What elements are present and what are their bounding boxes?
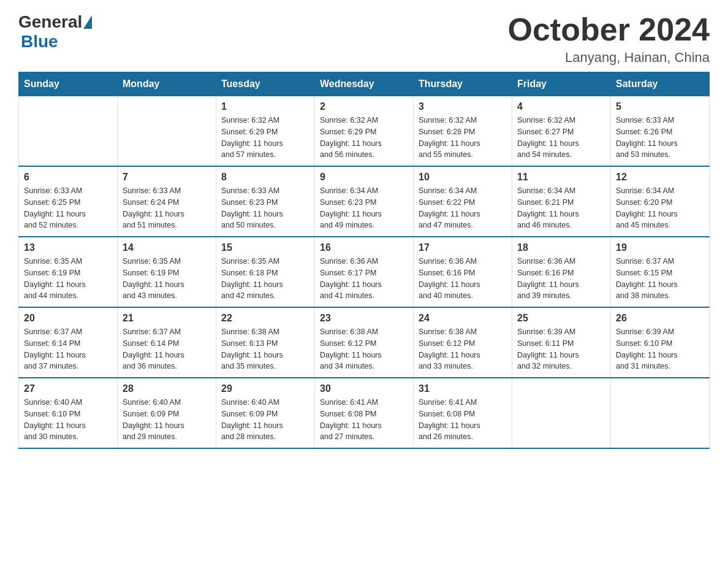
day-info: Sunrise: 6:41 AMSunset: 6:08 PMDaylight:… xyxy=(419,397,507,443)
day-number: 21 xyxy=(123,313,211,324)
day-info: Sunrise: 6:34 AMSunset: 6:23 PMDaylight:… xyxy=(320,185,408,231)
calendar-header-tuesday: Tuesday xyxy=(216,72,315,96)
calendar-cell: 31Sunrise: 6:41 AMSunset: 6:08 PMDayligh… xyxy=(414,378,512,448)
day-info: Sunrise: 6:32 AMSunset: 6:28 PMDaylight:… xyxy=(419,115,507,161)
day-info: Sunrise: 6:38 AMSunset: 6:12 PMDaylight:… xyxy=(419,326,507,372)
calendar-cell xyxy=(19,96,118,167)
calendar-header-thursday: Thursday xyxy=(414,72,512,96)
calendar-cell: 28Sunrise: 6:40 AMSunset: 6:09 PMDayligh… xyxy=(118,378,216,448)
calendar-cell: 21Sunrise: 6:37 AMSunset: 6:14 PMDayligh… xyxy=(118,307,216,378)
day-info: Sunrise: 6:32 AMSunset: 6:27 PMDaylight:… xyxy=(517,115,605,161)
calendar-cell: 6Sunrise: 6:33 AMSunset: 6:25 PMDaylight… xyxy=(19,166,118,237)
day-number: 23 xyxy=(320,313,408,324)
day-number: 11 xyxy=(517,172,605,183)
calendar-cell: 19Sunrise: 6:37 AMSunset: 6:15 PMDayligh… xyxy=(611,237,710,307)
day-number: 27 xyxy=(24,383,112,394)
calendar-cell xyxy=(512,378,611,448)
calendar-cell: 23Sunrise: 6:38 AMSunset: 6:12 PMDayligh… xyxy=(315,307,414,378)
day-number: 18 xyxy=(517,242,605,253)
day-number: 17 xyxy=(419,242,507,253)
calendar-cell: 15Sunrise: 6:35 AMSunset: 6:18 PMDayligh… xyxy=(216,237,315,307)
calendar-cell xyxy=(118,96,216,167)
day-number: 4 xyxy=(517,101,605,112)
day-number: 2 xyxy=(320,101,408,112)
calendar-table: SundayMondayTuesdayWednesdayThursdayFrid… xyxy=(18,72,710,449)
day-number: 8 xyxy=(221,172,309,183)
calendar-cell: 7Sunrise: 6:33 AMSunset: 6:24 PMDaylight… xyxy=(118,166,216,237)
calendar-cell: 9Sunrise: 6:34 AMSunset: 6:23 PMDaylight… xyxy=(315,166,414,237)
day-number: 22 xyxy=(221,313,309,324)
calendar-header-friday: Friday xyxy=(512,72,611,96)
day-number: 10 xyxy=(419,172,507,183)
day-info: Sunrise: 6:33 AMSunset: 6:23 PMDaylight:… xyxy=(221,185,309,231)
calendar-cell: 11Sunrise: 6:34 AMSunset: 6:21 PMDayligh… xyxy=(512,166,611,237)
calendar-cell: 27Sunrise: 6:40 AMSunset: 6:10 PMDayligh… xyxy=(19,378,118,448)
location-subtitle: Lanyang, Hainan, China xyxy=(508,50,710,66)
day-info: Sunrise: 6:40 AMSunset: 6:09 PMDaylight:… xyxy=(221,397,309,443)
day-info: Sunrise: 6:37 AMSunset: 6:14 PMDaylight:… xyxy=(123,326,211,372)
calendar-cell: 20Sunrise: 6:37 AMSunset: 6:14 PMDayligh… xyxy=(19,307,118,378)
day-info: Sunrise: 6:38 AMSunset: 6:13 PMDaylight:… xyxy=(221,326,309,372)
day-info: Sunrise: 6:35 AMSunset: 6:18 PMDaylight:… xyxy=(221,256,309,302)
day-info: Sunrise: 6:35 AMSunset: 6:19 PMDaylight:… xyxy=(123,256,211,302)
day-info: Sunrise: 6:40 AMSunset: 6:09 PMDaylight:… xyxy=(123,397,211,443)
calendar-cell: 4Sunrise: 6:32 AMSunset: 6:27 PMDaylight… xyxy=(512,96,611,167)
day-number: 15 xyxy=(221,242,309,253)
day-info: Sunrise: 6:36 AMSunset: 6:16 PMDaylight:… xyxy=(419,256,507,302)
day-number: 14 xyxy=(123,242,211,253)
day-info: Sunrise: 6:38 AMSunset: 6:12 PMDaylight:… xyxy=(320,326,408,372)
calendar-header-sunday: Sunday xyxy=(19,72,118,96)
day-number: 16 xyxy=(320,242,408,253)
calendar-cell: 1Sunrise: 6:32 AMSunset: 6:29 PMDaylight… xyxy=(216,96,315,167)
day-number: 28 xyxy=(123,383,211,394)
calendar-header-row: SundayMondayTuesdayWednesdayThursdayFrid… xyxy=(19,72,710,96)
calendar-cell: 22Sunrise: 6:38 AMSunset: 6:13 PMDayligh… xyxy=(216,307,315,378)
calendar-cell: 16Sunrise: 6:36 AMSunset: 6:17 PMDayligh… xyxy=(315,237,414,307)
calendar-cell: 14Sunrise: 6:35 AMSunset: 6:19 PMDayligh… xyxy=(118,237,216,307)
calendar-cell: 29Sunrise: 6:40 AMSunset: 6:09 PMDayligh… xyxy=(216,378,315,448)
day-number: 3 xyxy=(419,101,507,112)
day-info: Sunrise: 6:37 AMSunset: 6:15 PMDaylight:… xyxy=(616,256,704,302)
day-info: Sunrise: 6:35 AMSunset: 6:19 PMDaylight:… xyxy=(24,256,112,302)
calendar-cell: 26Sunrise: 6:39 AMSunset: 6:10 PMDayligh… xyxy=(611,307,710,378)
day-info: Sunrise: 6:40 AMSunset: 6:10 PMDaylight:… xyxy=(24,397,112,443)
calendar-cell: 25Sunrise: 6:39 AMSunset: 6:11 PMDayligh… xyxy=(512,307,611,378)
calendar-header-monday: Monday xyxy=(118,72,216,96)
calendar-header-wednesday: Wednesday xyxy=(315,72,414,96)
day-number: 29 xyxy=(221,383,309,394)
day-number: 6 xyxy=(24,172,112,183)
day-info: Sunrise: 6:33 AMSunset: 6:25 PMDaylight:… xyxy=(24,185,112,231)
day-info: Sunrise: 6:39 AMSunset: 6:11 PMDaylight:… xyxy=(517,326,605,372)
calendar-cell: 12Sunrise: 6:34 AMSunset: 6:20 PMDayligh… xyxy=(611,166,710,237)
calendar-cell: 18Sunrise: 6:36 AMSunset: 6:16 PMDayligh… xyxy=(512,237,611,307)
calendar-cell: 17Sunrise: 6:36 AMSunset: 6:16 PMDayligh… xyxy=(414,237,512,307)
calendar-cell: 5Sunrise: 6:33 AMSunset: 6:26 PMDaylight… xyxy=(611,96,710,167)
day-info: Sunrise: 6:41 AMSunset: 6:08 PMDaylight:… xyxy=(320,397,408,443)
day-info: Sunrise: 6:34 AMSunset: 6:22 PMDaylight:… xyxy=(419,185,507,231)
day-number: 13 xyxy=(24,242,112,253)
day-number: 9 xyxy=(320,172,408,183)
logo-blue-text: Blue xyxy=(21,32,58,51)
day-number: 7 xyxy=(123,172,211,183)
day-info: Sunrise: 6:33 AMSunset: 6:24 PMDaylight:… xyxy=(123,185,211,231)
calendar-cell: 30Sunrise: 6:41 AMSunset: 6:08 PMDayligh… xyxy=(315,378,414,448)
calendar-cell: 24Sunrise: 6:38 AMSunset: 6:12 PMDayligh… xyxy=(414,307,512,378)
calendar-week-row: 13Sunrise: 6:35 AMSunset: 6:19 PMDayligh… xyxy=(19,237,710,307)
day-info: Sunrise: 6:36 AMSunset: 6:17 PMDaylight:… xyxy=(320,256,408,302)
day-info: Sunrise: 6:33 AMSunset: 6:26 PMDaylight:… xyxy=(616,115,704,161)
day-info: Sunrise: 6:32 AMSunset: 6:29 PMDaylight:… xyxy=(221,115,309,161)
calendar-week-row: 1Sunrise: 6:32 AMSunset: 6:29 PMDaylight… xyxy=(19,96,710,167)
logo-triangle-icon xyxy=(83,15,92,29)
day-info: Sunrise: 6:36 AMSunset: 6:16 PMDaylight:… xyxy=(517,256,605,302)
page-title: October 2024 xyxy=(508,12,710,47)
day-number: 12 xyxy=(616,172,704,183)
day-info: Sunrise: 6:39 AMSunset: 6:10 PMDaylight:… xyxy=(616,326,704,372)
day-info: Sunrise: 6:34 AMSunset: 6:20 PMDaylight:… xyxy=(616,185,704,231)
day-info: Sunrise: 6:37 AMSunset: 6:14 PMDaylight:… xyxy=(24,326,112,372)
calendar-cell: 10Sunrise: 6:34 AMSunset: 6:22 PMDayligh… xyxy=(414,166,512,237)
day-number: 19 xyxy=(616,242,704,253)
calendar-week-row: 27Sunrise: 6:40 AMSunset: 6:10 PMDayligh… xyxy=(19,378,710,448)
calendar-cell: 13Sunrise: 6:35 AMSunset: 6:19 PMDayligh… xyxy=(19,237,118,307)
calendar-header-saturday: Saturday xyxy=(611,72,710,96)
calendar-week-row: 6Sunrise: 6:33 AMSunset: 6:25 PMDaylight… xyxy=(19,166,710,237)
